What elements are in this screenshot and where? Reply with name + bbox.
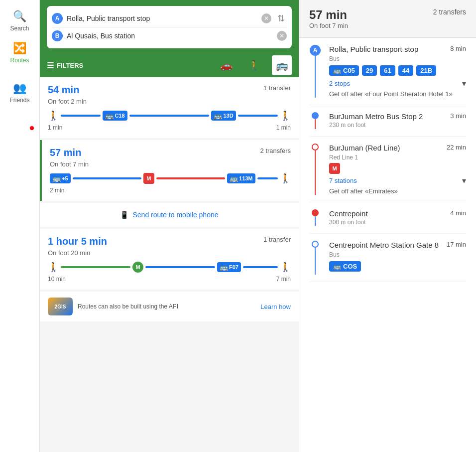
seg-bus-c18: 🚌 C18 xyxy=(103,111,127,121)
centrepoint-metro-mode: Bus xyxy=(329,251,466,258)
metro-green-label: M xyxy=(135,264,140,270)
dot-col-centrepoint-metro xyxy=(309,241,321,275)
bus-icon-113m: 🚌 xyxy=(230,174,238,182)
bus-tags-centrepoint: 🚌 COS xyxy=(329,261,466,272)
metro-green-icon-seg: M xyxy=(132,262,143,273)
expand-2-stops-arrow: ▾ xyxy=(462,79,466,88)
expand-7-stations[interactable]: 7 stations ▾ xyxy=(329,176,466,185)
sidebar-friends-label: Friends xyxy=(9,97,29,104)
sidebar-item-friends[interactable]: 👥 Friends xyxy=(0,77,39,109)
seg-bus-f07: 🚌 F07 xyxy=(217,262,241,272)
destination-row: B Al Qusais, Bus station ✕ xyxy=(52,27,287,44)
ad-description: Routes can also be built using the API xyxy=(73,303,260,310)
dot-col-burjuman-bus xyxy=(309,112,321,129)
sidebar: 🔍 Search 🔀 Routes 👥 Friends xyxy=(0,0,40,452)
centrepoint-metro-row: Centrepoint Metro Station Gate 8 17 min xyxy=(329,241,466,249)
walk-icon-1b: 🚶 xyxy=(280,110,291,121)
filters-button[interactable]: ☰ FILTERS xyxy=(47,61,83,70)
dot-col-burjuman-red xyxy=(309,144,321,195)
dot-burjuman-red xyxy=(312,144,319,151)
main-panel: A Rolla, Public transport stop ✕ ⇅ B Al … xyxy=(40,0,299,452)
centrepoint-row: Centrepoint 4 min xyxy=(329,209,466,218)
seg-line-2a xyxy=(73,177,141,179)
bus-mode-button[interactable]: 🚌 xyxy=(272,55,292,75)
seg-line-3c xyxy=(243,266,278,268)
bus-tag-29: 29 xyxy=(362,65,377,76)
car-mode-button[interactable]: 🚗 xyxy=(216,55,236,75)
seg-line-1c xyxy=(238,115,278,117)
bus-tag-label-29: 29 xyxy=(366,67,373,74)
friends-icon: 👥 xyxy=(13,82,26,95)
filter-icon: ☰ xyxy=(47,61,54,70)
clear-origin-button[interactable]: ✕ xyxy=(261,13,271,23)
expand-7-stations-arrow: ▾ xyxy=(462,176,466,185)
seg-bus-plus5: 🚌 +5 xyxy=(50,173,71,183)
origin-input[interactable]: Rolla, Public transport stop xyxy=(67,14,257,22)
learn-how-link[interactable]: Learn how xyxy=(260,303,291,310)
metro-red-label: M xyxy=(146,175,151,181)
destination-input[interactable]: Al Qusais, Bus station xyxy=(67,32,273,40)
burjuman-red-mode: Red Line 1 xyxy=(329,154,466,161)
bus-label-f07: F07 xyxy=(229,264,238,270)
clear-destination-button[interactable]: ✕ xyxy=(277,31,287,41)
content-centrepoint: Centrepoint 4 min 300 m on foot xyxy=(329,209,466,226)
route-2-duration: 57 min xyxy=(50,147,81,158)
bus-tag-c05: 🚌 C05 xyxy=(329,65,359,76)
rolla-time: 8 min xyxy=(450,45,466,52)
route-1-duration: 54 min xyxy=(48,84,79,96)
send-route-button[interactable]: 📱 Send route to mobile phone xyxy=(40,203,299,227)
filters-label: FILTERS xyxy=(57,62,83,69)
rolla-mode: Bus xyxy=(329,55,466,62)
origin-row: A Rolla, Public transport stop ✕ ⇅ xyxy=(52,10,287,27)
timeline-stop-rolla: A Rolla, Public transport stop 8 min Bus… xyxy=(309,38,466,105)
detail-foot: On foot 7 min xyxy=(309,22,348,29)
route-1-segments: 🚶 🚌 C18 🚌 13D 🚶 xyxy=(48,110,291,121)
burjuman-red-note: Get off after «Emirates» xyxy=(329,187,466,195)
seg-line-3b xyxy=(145,266,215,268)
seg-line-1a xyxy=(61,115,101,117)
route-results: 54 min 1 transfer On foot 2 min 🚶 🚌 C18 … xyxy=(40,77,299,452)
bus-label-c18: C18 xyxy=(115,113,124,119)
bus-tag-label-c05: C05 xyxy=(343,67,355,74)
bus-tag-label-21b: 21B xyxy=(420,67,432,74)
ad-logo: 2GIS xyxy=(48,298,73,315)
route-card-1[interactable]: 54 min 1 transfer On foot 2 min 🚶 🚌 C18 … xyxy=(40,77,299,138)
sidebar-item-search[interactable]: 🔍 Search xyxy=(0,5,39,37)
route-2-segments: 🚌 +5 M 🚌 113M 🚶 xyxy=(50,173,291,184)
expand-2-stops[interactable]: 2 stops ▾ xyxy=(329,79,466,88)
dot-col-centrepoint xyxy=(309,209,321,226)
rolla-stop-name: Rolla, Public transport stop xyxy=(329,45,418,53)
centrepoint-name: Centrepoint xyxy=(329,209,368,218)
bus-icon-f07: 🚌 xyxy=(220,263,228,271)
sidebar-routes-label: Routes xyxy=(10,57,29,64)
route-3-transfers: 1 transfer xyxy=(263,236,291,243)
route-1-time-end: 1 min xyxy=(276,124,291,131)
seg-line-2b xyxy=(156,177,225,179)
bus-icon-13d: 🚌 xyxy=(214,112,222,120)
route-card-3[interactable]: 1 hour 5 min 1 transfer On foot 20 min 🚶… xyxy=(40,229,299,290)
line-centrepoint-metro xyxy=(315,248,316,275)
walk-mode-button[interactable]: 🚶 xyxy=(244,55,264,75)
bus-label-plus5: +5 xyxy=(62,175,68,181)
burjuman-bus-row: BurJuman Metro Bus Stop 2 3 min xyxy=(329,112,466,121)
route-card-2[interactable]: 57 min 2 transfers On foot 7 min 🚌 +5 M … xyxy=(40,140,299,201)
burjuman-red-name: BurJuman (Red Line) xyxy=(329,144,400,152)
bus-tag-61: 61 xyxy=(380,65,395,76)
route-input-area: A Rolla, Public transport stop ✕ ⇅ B Al … xyxy=(40,0,299,53)
burjuman-bus-name: BurJuman Metro Bus Stop 2 xyxy=(329,112,423,121)
centrepoint-metro-name: Centrepoint Metro Station Gate 8 xyxy=(329,241,439,249)
sidebar-item-routes[interactable]: 🔀 Routes xyxy=(0,37,39,69)
bus-tag-label-cos: COS xyxy=(343,263,357,270)
route-2-foot: On foot 7 min xyxy=(50,160,291,168)
dot-burjuman-bus xyxy=(312,112,319,119)
line-rolla xyxy=(315,56,316,98)
centrepoint-sub: 300 m on foot xyxy=(329,219,466,226)
route-3-header: 1 hour 5 min 1 transfer xyxy=(48,236,291,247)
a-marker-rolla: A xyxy=(310,45,321,56)
route-1-time-start: 1 min xyxy=(48,124,62,131)
content-burjuman-bus: BurJuman Metro Bus Stop 2 3 min 230 m on… xyxy=(329,112,466,129)
route-1-header: 54 min 1 transfer xyxy=(48,84,291,96)
swap-button[interactable]: ⇅ xyxy=(275,13,287,24)
detail-transfers: 2 transfers xyxy=(433,8,466,16)
walk-icon-3b: 🚶 xyxy=(280,262,291,273)
